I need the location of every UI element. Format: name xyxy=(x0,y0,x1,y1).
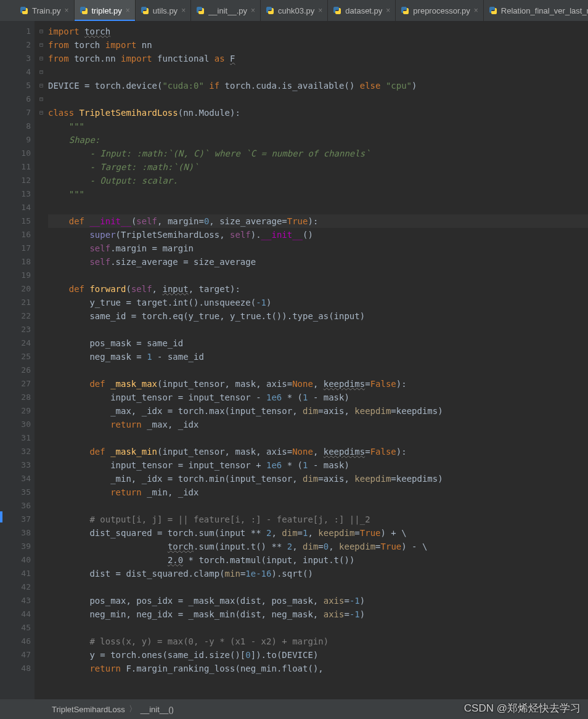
line-number[interactable]: 44 xyxy=(9,607,31,621)
line-number[interactable]: 12 xyxy=(9,174,31,187)
fold-toggle[interactable]: ⊟ xyxy=(35,79,48,92)
line-number[interactable]: 26 xyxy=(9,364,31,377)
code-line[interactable]: from torch import nn xyxy=(48,38,588,52)
fold-toggle[interactable]: ⊟ xyxy=(35,65,48,79)
line-number[interactable]: 5 xyxy=(9,79,31,92)
tab-train-py[interactable]: Train.py× xyxy=(15,0,75,21)
line-number[interactable]: 2 xyxy=(9,38,31,52)
line-number[interactable]: 47 xyxy=(9,648,31,662)
close-icon[interactable]: × xyxy=(64,6,68,15)
line-number[interactable]: 43 xyxy=(9,594,31,607)
code-line[interactable]: 2.0 * torch.matmul(input, input.t()) xyxy=(48,553,588,567)
code-line[interactable]: dist = dist_squared.clamp(min=1e-16).sqr… xyxy=(48,567,588,580)
line-number[interactable]: 18 xyxy=(9,255,31,269)
tab-utils-py[interactable]: utils.py× xyxy=(136,0,191,21)
code-line[interactable]: from torch.nn import functional as F xyxy=(48,52,588,65)
code-line[interactable]: - Output: scalar. xyxy=(48,174,588,187)
code-line[interactable]: """ xyxy=(48,187,588,201)
line-number[interactable]: 22 xyxy=(9,309,31,323)
code-line[interactable]: def _mask_max(input_tensor, mask, axis=N… xyxy=(48,377,588,391)
line-number[interactable]: 11 xyxy=(9,160,31,174)
tab-preprocessor-py[interactable]: preprocessor.py× xyxy=(396,0,484,21)
code-line[interactable]: input_tensor = input_tensor + 1e6 * (1 -… xyxy=(48,458,588,472)
code-line[interactable]: def __init__(self, margin=0, size_averag… xyxy=(48,214,588,228)
code-line[interactable] xyxy=(48,269,588,282)
tab--init-py[interactable]: __init__.py× xyxy=(191,0,261,21)
code-line[interactable]: DEVICE = torch.device("cuda:0" if torch.… xyxy=(48,79,588,92)
line-number[interactable]: 25 xyxy=(9,350,31,364)
code-line[interactable]: return _max, _idx xyxy=(48,418,588,431)
breadcrumb-class[interactable]: TripletSemihardLoss xyxy=(52,705,125,714)
line-number[interactable]: 46 xyxy=(9,635,31,648)
code-line[interactable]: import torch xyxy=(48,25,588,38)
tab-triplet-py[interactable]: triplet.py× xyxy=(75,0,136,21)
tab-dataset-py[interactable]: dataset.py× xyxy=(328,0,396,21)
line-number[interactable]: 9 xyxy=(9,133,31,147)
code-line[interactable]: torch.sum(input.t() ** 2, dim=0, keepdim… xyxy=(48,540,588,553)
line-number[interactable]: 4 xyxy=(9,65,31,79)
code-line[interactable]: dist_squared = torch.sum(input ** 2, dim… xyxy=(48,526,588,540)
line-number[interactable]: 21 xyxy=(9,296,31,309)
code-line[interactable] xyxy=(48,201,588,214)
close-icon[interactable]: × xyxy=(474,6,478,15)
code-line[interactable]: input_tensor = input_tensor - 1e6 * (1 -… xyxy=(48,391,588,404)
line-number[interactable]: 24 xyxy=(9,336,31,350)
line-number[interactable]: 3 xyxy=(9,52,31,65)
line-number[interactable]: 40 xyxy=(9,553,31,567)
code-line[interactable] xyxy=(48,431,588,445)
line-number[interactable]: 36 xyxy=(9,499,31,513)
line-number[interactable]: 8 xyxy=(9,120,31,133)
line-number[interactable]: 34 xyxy=(9,472,31,485)
fold-toggle[interactable]: ⊟ xyxy=(35,52,48,65)
code-line[interactable]: return F.margin_ranking_loss(neg_min.flo… xyxy=(48,662,588,675)
code-line[interactable]: return _min, _idx xyxy=(48,485,588,499)
line-number[interactable]: 45 xyxy=(9,621,31,635)
line-number[interactable]: 6 xyxy=(9,92,31,106)
code-line[interactable]: Shape: xyxy=(48,133,588,147)
code-line[interactable]: _max, _idx = torch.max(input_tensor, dim… xyxy=(48,404,588,418)
code-line[interactable] xyxy=(48,499,588,513)
code-line[interactable] xyxy=(48,323,588,336)
line-number[interactable]: 17 xyxy=(9,242,31,255)
line-number[interactable]: 7 xyxy=(9,106,31,120)
code-line[interactable]: neg_min, neg_idx = _mask_min(dist, neg_m… xyxy=(48,607,588,621)
line-number-gutter[interactable]: 1234567891011121314151617181920212223242… xyxy=(9,21,35,699)
code-line[interactable]: y_true = target.int().unsqueeze(-1) xyxy=(48,296,588,309)
line-number[interactable]: 16 xyxy=(9,228,31,242)
line-number[interactable]: 38 xyxy=(9,526,31,540)
code-line[interactable]: self.margin = margin xyxy=(48,242,588,255)
fold-toggle[interactable]: ⊟ xyxy=(35,92,48,106)
code-line[interactable]: - Target: :math:`(N)` xyxy=(48,160,588,174)
line-number[interactable]: 27 xyxy=(9,377,31,391)
code-line[interactable]: neg_mask = 1 - same_id xyxy=(48,350,588,364)
line-number[interactable]: 14 xyxy=(9,201,31,214)
line-number[interactable]: 33 xyxy=(9,458,31,472)
line-number[interactable]: 41 xyxy=(9,567,31,580)
line-number[interactable]: 30 xyxy=(9,418,31,431)
line-number[interactable]: 31 xyxy=(9,431,31,445)
fold-column[interactable]: ⊟⊟⊟⊟⊟⊟⊟ xyxy=(35,21,48,699)
line-number[interactable]: 39 xyxy=(9,540,31,553)
code-line[interactable]: def _mask_min(input_tensor, mask, axis=N… xyxy=(48,445,588,458)
code-line[interactable]: super(TripletSemihardLoss, self).__init_… xyxy=(48,228,588,242)
code-line[interactable]: class TripletSemihardLoss(nn.Module): xyxy=(48,106,588,120)
code-area[interactable]: import torch from torch import nn from t… xyxy=(48,21,588,699)
code-line[interactable]: _min, _idx = torch.min(input_tensor, dim… xyxy=(48,472,588,485)
code-line[interactable]: pos_mask = same_id xyxy=(48,336,588,350)
close-icon[interactable]: × xyxy=(251,6,255,15)
fold-toggle[interactable]: ⊟ xyxy=(35,25,48,38)
fold-toggle[interactable]: ⊟ xyxy=(35,38,48,52)
code-line[interactable]: y = torch.ones(same_id.size()[0]).to(DEV… xyxy=(48,648,588,662)
line-number[interactable]: 32 xyxy=(9,445,31,458)
line-number[interactable]: 1 xyxy=(9,25,31,38)
close-icon[interactable]: × xyxy=(318,6,322,15)
code-line[interactable] xyxy=(48,65,588,79)
line-number[interactable]: 35 xyxy=(9,485,31,499)
line-number[interactable]: 28 xyxy=(9,391,31,404)
code-line[interactable]: pos_max, pos_idx = _mask_max(dist, pos_m… xyxy=(48,594,588,607)
line-number[interactable]: 13 xyxy=(9,187,31,201)
close-icon[interactable]: × xyxy=(181,6,186,15)
line-number[interactable]: 15 xyxy=(9,214,31,228)
code-line[interactable] xyxy=(48,364,588,377)
line-number[interactable]: 37 xyxy=(9,513,31,526)
